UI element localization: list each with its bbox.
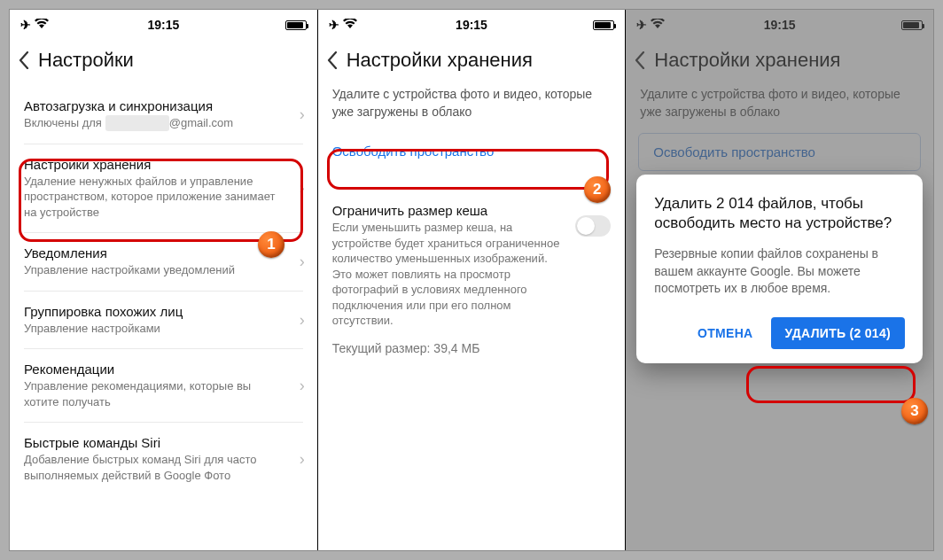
dialog-actions: ОТМЕНА УДАЛИТЬ (2 014) bbox=[654, 317, 905, 349]
battery-icon bbox=[285, 20, 307, 30]
row-cache-limit: Ограничить размер кеша Если уменьшить ра… bbox=[318, 191, 626, 341]
back-icon[interactable] bbox=[19, 51, 29, 69]
row-subtitle: Управление рекомендациями, которые вы хо… bbox=[24, 378, 303, 409]
chevron-right-icon: › bbox=[300, 253, 305, 271]
row-subtitle: Добавление быстрых команд Siri для часто… bbox=[24, 452, 303, 483]
row-storage-settings[interactable]: Настройки хранения Удаление ненужных фай… bbox=[10, 144, 317, 233]
wifi-icon bbox=[35, 18, 49, 32]
chevron-right-icon: › bbox=[300, 105, 305, 124]
status-time: 19:15 bbox=[456, 18, 487, 32]
delete-confirm-dialog: Удалить 2 014 файлов, чтобы освободить м… bbox=[636, 175, 923, 363]
phone-screen-1: ✈ 19:15 Настройки Автозагрузка и синхрон… bbox=[10, 10, 318, 550]
row-subtitle: Управление настройками уведомлений bbox=[24, 262, 303, 278]
row-siri[interactable]: Быстрые команды Siri Добавление быстрых … bbox=[10, 423, 317, 495]
status-time: 19:15 bbox=[147, 18, 179, 32]
annotation-badge-3: 3 bbox=[901, 398, 928, 424]
row-title: Группировка похожих лиц bbox=[24, 304, 303, 319]
page-title: Настройки хранения bbox=[347, 49, 533, 72]
phone-screen-3: ✈ 19:15 Настройки хранения Удалите с уст… bbox=[626, 10, 933, 550]
delete-button[interactable]: УДАЛИТЬ (2 014) bbox=[771, 317, 906, 349]
row-subtitle: Если уменьшить размер кеша, на устройств… bbox=[332, 220, 567, 329]
annotation-badge-1: 1 bbox=[258, 231, 284, 258]
battery-icon bbox=[593, 20, 614, 30]
chevron-right-icon: › bbox=[300, 179, 305, 198]
row-title: Ограничить размер кеша bbox=[332, 203, 567, 218]
dialog-title: Удалить 2 014 файлов, чтобы освободить м… bbox=[654, 194, 905, 233]
row-subtitle: Управление настройками bbox=[24, 321, 303, 337]
chevron-right-icon: › bbox=[300, 377, 305, 395]
status-bar: ✈ 19:15 bbox=[10, 10, 317, 40]
row-recommendations[interactable]: Рекомендации Управление рекомендациями, … bbox=[10, 349, 317, 422]
settings-list: Автозагрузка и синхронизация Включены дл… bbox=[10, 86, 317, 495]
status-bar: ✈ 19:15 bbox=[318, 10, 626, 40]
back-icon[interactable] bbox=[327, 51, 338, 69]
cache-size-text: Текущий размер: 39,4 МБ bbox=[318, 341, 626, 355]
redacted-email: xxxxxxxxxxb bbox=[105, 115, 169, 131]
cache-toggle[interactable] bbox=[575, 215, 611, 237]
row-title: Автозагрузка и синхронизация bbox=[24, 98, 303, 113]
cancel-button[interactable]: ОТМЕНА bbox=[692, 317, 758, 349]
annotation-badge-2: 2 bbox=[584, 176, 611, 203]
nav-header: Настройки bbox=[10, 40, 317, 86]
dialog-body: Резервные копии файлов сохранены в вашем… bbox=[654, 245, 905, 298]
help-text: Удалите с устройства фото и видео, котор… bbox=[318, 86, 626, 133]
row-autoupload[interactable]: Автозагрузка и синхронизация Включены дл… bbox=[10, 86, 317, 144]
nav-header: Настройки хранения bbox=[318, 40, 626, 86]
free-up-space-button[interactable]: Освободить пространство bbox=[318, 133, 626, 169]
row-subtitle: Удаление ненужных файлов и управление пр… bbox=[24, 174, 303, 221]
row-title: Быстрые команды Siri bbox=[24, 435, 303, 450]
row-title: Настройки хранения bbox=[24, 157, 303, 172]
row-subtitle: Включены для xxxxxxxxxxb@gmail.com bbox=[24, 115, 303, 131]
page-title: Настройки bbox=[38, 49, 134, 72]
row-title: Рекомендации bbox=[24, 362, 303, 377]
airplane-icon: ✈ bbox=[20, 18, 31, 32]
chevron-right-icon: › bbox=[300, 311, 305, 330]
phone-screen-2: ✈ 19:15 Настройки хранения Удалите с уст… bbox=[318, 10, 627, 550]
wifi-icon bbox=[343, 18, 357, 32]
airplane-icon: ✈ bbox=[329, 18, 339, 32]
chevron-right-icon: › bbox=[300, 450, 305, 469]
row-face-grouping[interactable]: Группировка похожих лиц Управление настр… bbox=[10, 292, 317, 349]
